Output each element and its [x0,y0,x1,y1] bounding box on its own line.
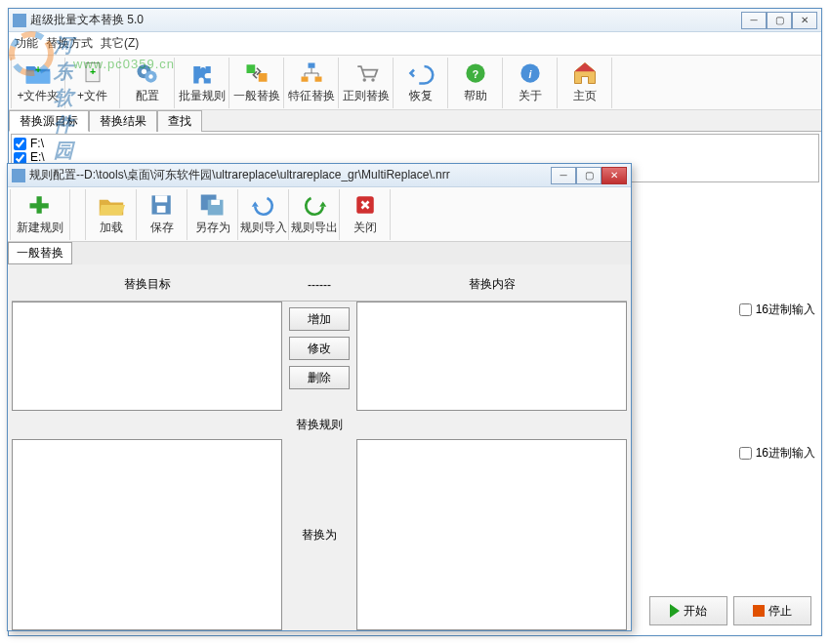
dialog-maximize-button[interactable]: ▢ [576,167,602,184]
rule-export-button[interactable]: 规则导出 [289,189,340,240]
cart-icon [353,60,380,86]
export-icon [301,192,328,218]
regex-replace-button[interactable]: 正则替换 [339,58,394,108]
close-button[interactable]: ✕ [792,12,817,29]
maximize-button[interactable]: ▢ [767,12,792,29]
target-textarea[interactable] [12,302,282,411]
homepage-button[interactable]: 主页 [558,58,612,108]
delete-button[interactable]: 删除 [289,366,350,389]
save-button[interactable]: 保存 [137,189,187,240]
add-folder-button[interactable]: + +文件夹 [11,58,65,108]
svg-text:?: ? [472,68,477,80]
header-dash: ------ [282,268,356,302]
svg-rect-9 [246,64,255,73]
menu-function[interactable]: 功能 [15,35,38,52]
modify-button[interactable]: 修改 [289,337,350,360]
stop-icon [753,605,765,617]
dialog-tabs: 一般替换 [8,242,631,264]
svg-rect-27 [211,200,220,205]
app-icon [13,14,26,27]
info-icon: i [517,60,544,86]
tab-result[interactable]: 替换结果 [89,110,157,132]
general-replace-button[interactable]: 一般替换 [229,58,284,108]
help-icon: ? [462,60,489,86]
main-toolbar: + +文件夹 + +文件 配置 批量规则 一般替换 特征替换 正则替换 [9,56,821,110]
dialog-close-toolbar-button[interactable]: 关闭 [340,189,391,240]
load-button[interactable]: 加载 [86,189,137,240]
svg-rect-12 [301,77,308,82]
dialog-window-controls: ─ ▢ ✕ [551,167,627,184]
header-content: 替换内容 [356,268,627,302]
svg-point-8 [148,74,152,78]
dialog-edit-row: 增加 修改 删除 [12,302,627,411]
rules-right-list[interactable] [356,439,627,630]
svg-rect-13 [314,77,321,82]
feature-replace-button[interactable]: 特征替换 [284,58,339,108]
hex-check-upper[interactable]: 16进制输入 [739,302,815,318]
svg-text:+: + [35,63,41,75]
rules-left-list[interactable] [12,439,282,630]
start-button[interactable]: 开始 [649,596,727,625]
edit-buttons: 增加 修改 删除 [282,302,356,411]
minimize-button[interactable]: ─ [741,12,767,29]
replace-as-label: 替换为 [282,439,356,630]
dialog-minimize-button[interactable]: ─ [551,167,576,184]
menu-other[interactable]: 其它(Z) [101,35,139,52]
source-checkbox-0[interactable] [14,138,26,150]
action-buttons: 开始 停止 [649,596,811,625]
hex-check-lower[interactable]: 16进制输入 [739,445,815,462]
window-controls: ─ ▢ ✕ [741,12,817,29]
add-file-button[interactable]: + +文件 [65,58,120,108]
about-button[interactable]: i 关于 [503,58,558,108]
dialog-titlebar[interactable]: 规则配置--D:\tools\桌面\河东软件园\ultrareplace\ult… [8,164,631,187]
dialog-icon [12,169,25,182]
home-icon [571,60,599,86]
save-as-button[interactable]: 另存为 [187,189,238,240]
new-rule-button[interactable]: 新建规则 [10,189,70,240]
folder-open-icon [98,192,125,218]
dialog-headers: 替换目标 ------ 替换内容 [12,268,627,302]
restore-button[interactable]: 恢复 [394,58,448,108]
main-tabs: 替换源目标 替换结果 查找 [9,110,821,132]
add-button[interactable]: 增加 [289,307,350,331]
content-textarea[interactable] [356,302,627,411]
swap-icon [243,60,270,86]
play-icon [670,604,680,618]
help-button[interactable]: ? 帮助 [448,58,503,108]
source-item-0[interactable]: F:\ [14,137,816,150]
save-as-icon [199,192,227,218]
svg-point-15 [371,78,375,82]
dialog-title: 规则配置--D:\tools\桌面\河东软件园\ultrareplace\ult… [29,167,551,183]
rule-import-button[interactable]: 规则导入 [238,189,289,240]
undo-icon [407,60,435,86]
main-titlebar[interactable]: 超级批量文本替换 5.0 ─ ▢ ✕ [9,9,821,32]
plus-icon [26,192,54,218]
svg-point-7 [141,69,145,74]
menu-replace-mode[interactable]: 替换方式 [46,35,93,52]
svg-rect-11 [308,63,314,68]
new-rule-dropdown[interactable] [70,189,86,240]
config-button[interactable]: 配置 [120,58,175,108]
svg-rect-23 [155,195,167,202]
stop-button[interactable]: 停止 [733,596,811,625]
hex-checkbox-2[interactable] [739,447,752,460]
dialog-close-button[interactable]: ✕ [602,167,627,184]
svg-rect-21 [30,203,49,208]
dialog-toolbar: 新建规则 加载 保存 另存为 规则导入 规则导出 关闭 [8,187,631,242]
hex-checkbox-1[interactable] [739,303,752,316]
dialog-rules-row: 替换为 [12,439,627,630]
rules-header: 替换规则 [12,411,627,439]
dialog-tab-general[interactable]: 一般替换 [8,242,72,264]
menubar: 功能 替换方式 其它(Z) [9,32,821,56]
save-icon [148,192,176,218]
svg-rect-24 [156,206,165,213]
tab-find[interactable]: 查找 [157,110,202,132]
main-lower: 16进制输入 16进制输入 [739,302,815,588]
svg-point-14 [362,78,366,82]
puzzle-icon [188,60,216,86]
batch-rules-button[interactable]: 批量规则 [175,58,229,108]
svg-text:+: + [89,65,95,77]
tab-source[interactable]: 替换源目标 [9,110,89,132]
main-title: 超级批量文本替换 5.0 [30,12,741,28]
gear-icon [134,60,161,86]
